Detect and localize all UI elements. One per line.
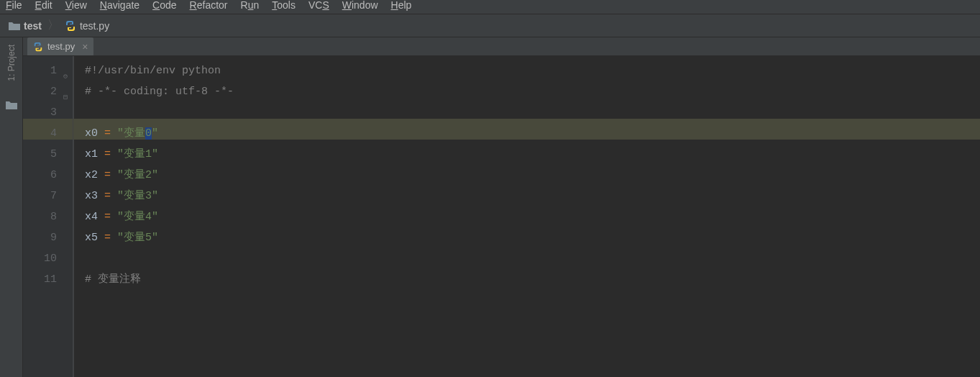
code-line[interactable]: x2 = "变量2" bbox=[85, 165, 980, 186]
text-selection: 0 bbox=[145, 127, 152, 140]
operator: = bbox=[104, 211, 111, 223]
operator: = bbox=[104, 148, 111, 160]
main-row: 1: Project test.py × 1234567891011⊖⊟ bbox=[0, 37, 980, 377]
code-area[interactable]: #!/usr/bin/env python# -*- coding: utf-8… bbox=[73, 56, 980, 377]
project-tool-label: 1: Project bbox=[6, 45, 17, 81]
menu-run[interactable]: Run bbox=[241, 0, 260, 10]
menu-edit[interactable]: Edit bbox=[35, 0, 52, 10]
code-line[interactable]: x1 = "变量1" bbox=[85, 144, 980, 165]
code-line[interactable]: x4 = "变量4" bbox=[85, 206, 980, 227]
editor-tabbar: test.py × bbox=[23, 37, 980, 56]
editor-column: test.py × 1234567891011⊖⊟ #!/usr/bin/env… bbox=[23, 37, 980, 377]
python-file-icon bbox=[65, 20, 76, 32]
code-line[interactable] bbox=[85, 248, 980, 269]
code-line[interactable]: # -*- coding: utf-8 -*- bbox=[85, 81, 980, 102]
comment-text: # -*- coding: utf-8 -*- bbox=[85, 86, 234, 98]
menu-window[interactable]: Window bbox=[342, 0, 378, 10]
code-line[interactable]: #!/usr/bin/env python bbox=[85, 60, 980, 81]
breadcrumb-file-label: test.py bbox=[80, 20, 109, 32]
menu-file[interactable]: File bbox=[6, 0, 22, 10]
comment-text: #!/usr/bin/env python bbox=[85, 65, 221, 77]
string-literal: "变量5" bbox=[117, 232, 158, 244]
code-line[interactable]: # 变量注释 bbox=[85, 269, 980, 290]
string-literal: "变量3" bbox=[117, 190, 158, 202]
editor-tab[interactable]: test.py × bbox=[27, 37, 93, 55]
menu-tools[interactable]: Tools bbox=[272, 0, 296, 10]
operator: = bbox=[104, 127, 111, 140]
line-number[interactable]: 5 bbox=[23, 144, 57, 165]
variable-name: x5 bbox=[85, 232, 104, 244]
folder-icon bbox=[9, 21, 20, 31]
menu-code[interactable]: Code bbox=[152, 0, 176, 10]
variable-name: x4 bbox=[85, 211, 104, 223]
comment-text: # 变量注释 bbox=[85, 273, 141, 286]
indent-guide bbox=[73, 56, 74, 377]
variable-name: x2 bbox=[85, 169, 104, 181]
menubar: File Edit View Navigate Code Refactor Ru… bbox=[0, 0, 980, 14]
menu-refactor[interactable]: Refactor bbox=[190, 0, 228, 10]
line-number[interactable]: 9 bbox=[23, 227, 57, 248]
string-literal: "变量0" bbox=[117, 127, 158, 140]
variable-name: x3 bbox=[85, 190, 104, 202]
string-literal: "变量1" bbox=[117, 148, 158, 160]
line-number[interactable]: 10 bbox=[23, 248, 57, 269]
menu-help[interactable]: Help bbox=[391, 0, 412, 10]
code-line[interactable] bbox=[85, 102, 980, 123]
menu-vcs[interactable]: VCS bbox=[308, 0, 329, 10]
project-tool-tab[interactable]: 1: Project bbox=[6, 40, 17, 86]
code-line[interactable]: x5 = "变量5" bbox=[85, 227, 980, 248]
breadcrumb-folder-label: test bbox=[24, 20, 42, 32]
folder-tool-icon[interactable] bbox=[6, 100, 17, 110]
editor-area[interactable]: 1234567891011⊖⊟ #!/usr/bin/env python# -… bbox=[23, 56, 980, 377]
close-icon[interactable]: × bbox=[82, 41, 88, 53]
breadcrumb-file[interactable]: test.py bbox=[65, 20, 109, 32]
line-number[interactable]: 11 bbox=[23, 269, 57, 290]
line-number[interactable]: 2 bbox=[23, 81, 57, 102]
variable-name: x1 bbox=[85, 148, 104, 160]
menu-view[interactable]: View bbox=[65, 0, 87, 10]
line-number-gutter[interactable]: 1234567891011⊖⊟ bbox=[23, 56, 73, 377]
editor-tab-label: test.py bbox=[47, 41, 75, 52]
operator: = bbox=[104, 232, 111, 244]
fold-marker-icon[interactable]: ⊖ bbox=[63, 66, 68, 87]
line-number[interactable]: 6 bbox=[23, 165, 57, 186]
python-file-icon bbox=[33, 42, 43, 52]
code-line[interactable]: x3 = "变量3" bbox=[85, 186, 980, 206]
breadcrumb: test 〉 test.py bbox=[0, 14, 980, 37]
breadcrumb-folder[interactable]: test bbox=[9, 20, 42, 32]
operator: = bbox=[104, 169, 111, 181]
line-number[interactable]: 1 bbox=[23, 60, 57, 81]
line-number[interactable]: 7 bbox=[23, 186, 57, 206]
left-tool-gutter: 1: Project bbox=[0, 37, 23, 377]
menu-navigate[interactable]: Navigate bbox=[100, 0, 139, 10]
string-literal: "变量4" bbox=[117, 211, 158, 223]
string-literal: "变量2" bbox=[117, 169, 158, 181]
line-number[interactable]: 4 bbox=[23, 123, 57, 144]
line-number[interactable]: 8 bbox=[23, 206, 57, 227]
line-number[interactable]: 3 bbox=[23, 102, 57, 123]
variable-name: x0 bbox=[85, 127, 104, 140]
code-line[interactable]: x0 = "变量0" bbox=[85, 123, 980, 144]
breadcrumb-separator-icon: 〉 bbox=[47, 18, 59, 33]
fold-marker-icon[interactable]: ⊟ bbox=[63, 87, 68, 108]
operator: = bbox=[104, 190, 111, 202]
